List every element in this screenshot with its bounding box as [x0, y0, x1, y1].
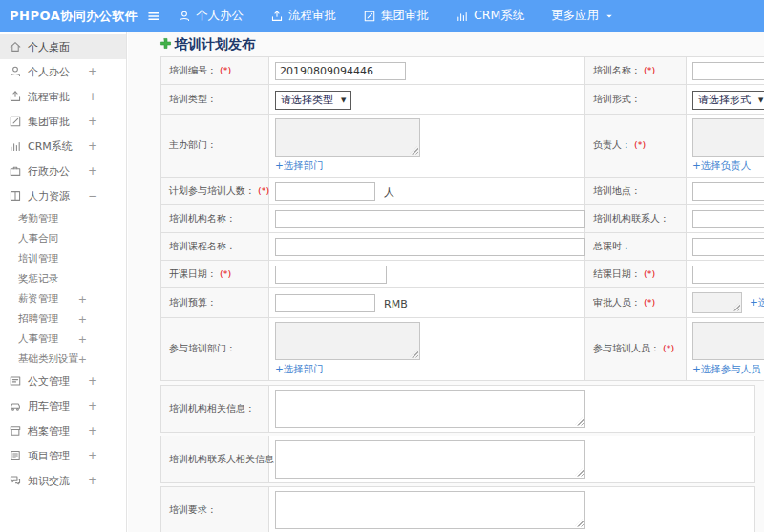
- nav-item-0[interactable]: 个人办公: [178, 8, 244, 24]
- picker-box[interactable]: [275, 322, 420, 360]
- required-mark: (*): [663, 343, 674, 353]
- text-input[interactable]: [275, 182, 375, 201]
- field-cell: 请选择形式▼: [687, 85, 764, 115]
- field-label-cell: 培训地点：: [585, 177, 687, 204]
- sidebar-item-7[interactable]: 公文管理+: [0, 369, 126, 394]
- expander-icon[interactable]: +: [88, 474, 97, 487]
- text-input[interactable]: [275, 238, 585, 256]
- hamburger-menu-icon[interactable]: [141, 9, 166, 24]
- sidebar-subitem-6-6[interactable]: 人事管理+: [0, 329, 126, 349]
- textarea-input[interactable]: [275, 440, 585, 479]
- sidebar-subitem-6-7[interactable]: 基础类别设置+: [0, 349, 126, 369]
- sidebar-subitem-label: 招聘管理: [18, 312, 58, 326]
- sidebar-subitem-6-4[interactable]: 薪资管理+: [0, 288, 126, 309]
- expander-icon[interactable]: +: [88, 65, 97, 78]
- field-label-cell: 培训机构联系人相关信息：: [161, 436, 269, 482]
- page-title-text: 培训计划发布: [175, 36, 255, 53]
- sidebar-item-10[interactable]: 项目管理+: [0, 443, 126, 468]
- expander-icon[interactable]: +: [78, 312, 87, 325]
- field-label-cell: 主办部门：: [161, 114, 269, 177]
- picker-link[interactable]: +选择部门: [275, 363, 579, 376]
- field-cell: [687, 204, 764, 232]
- sidebar-item-0[interactable]: 个人桌面: [0, 34, 126, 59]
- textarea-input[interactable]: [275, 390, 585, 428]
- picker-box[interactable]: [275, 118, 420, 157]
- expander-icon[interactable]: +: [78, 332, 87, 345]
- select-dropdown[interactable]: 请选择类型▼: [275, 91, 351, 110]
- field-label-cell: 培训机构名称：: [161, 204, 269, 232]
- expander-icon[interactable]: +: [88, 374, 97, 388]
- sidebar-item-4[interactable]: CRM系统+: [0, 134, 126, 159]
- form-table-full: 培训机构相关信息：: [160, 385, 755, 433]
- main-content: 培训计划发布 培训编号：(*)培训名称：(*)培训类型：请选择类型▼培训形式：请…: [128, 32, 764, 532]
- chart-icon: [9, 139, 22, 153]
- sidebar-item-6[interactable]: 人力资源−: [0, 183, 126, 208]
- field-cell: [687, 177, 764, 204]
- expander-icon[interactable]: +: [78, 352, 87, 365]
- sidebar-item-label: CRM系统: [28, 139, 73, 154]
- text-input[interactable]: [692, 182, 764, 201]
- expander-icon[interactable]: +: [88, 164, 97, 178]
- sidebar-subitem-6-1[interactable]: 人事合同: [0, 228, 126, 248]
- sidebar-subitem-6-0[interactable]: 考勤管理: [0, 208, 126, 228]
- resize-grip-icon: [575, 468, 584, 477]
- picker-link[interactable]: +选择审批人员: [750, 296, 764, 308]
- required-mark: (*): [220, 268, 231, 279]
- sidebar-item-5[interactable]: 行政办公+: [0, 159, 126, 183]
- sidebar-item-8[interactable]: 用车管理+: [0, 394, 126, 418]
- expander-icon[interactable]: +: [78, 292, 87, 305]
- picker-box[interactable]: [692, 118, 764, 157]
- picker-link[interactable]: +选择负责人: [692, 160, 764, 173]
- sidebar-subitem-6-5[interactable]: 招聘管理+: [0, 309, 126, 329]
- expander-icon[interactable]: +: [88, 139, 97, 153]
- text-input[interactable]: [692, 62, 764, 80]
- field: +选择负责人: [692, 118, 764, 173]
- briefcase-icon: [9, 164, 22, 178]
- expander-icon[interactable]: +: [88, 399, 97, 413]
- picker-link[interactable]: +选择参与人员: [692, 363, 764, 376]
- sidebar-item-9[interactable]: 档案管理+: [0, 418, 126, 443]
- sidebar-item-2[interactable]: 流程审批+: [0, 84, 126, 109]
- expander-icon[interactable]: +: [88, 115, 97, 128]
- field-label-cell: 审批人员：(*): [585, 287, 687, 317]
- field-cell: RMB: [269, 287, 585, 317]
- text-input[interactable]: [692, 238, 764, 256]
- textarea-input[interactable]: [275, 491, 585, 529]
- text-input[interactable]: [692, 210, 764, 228]
- nav-item-label: 个人办公: [196, 8, 244, 24]
- expander-icon[interactable]: +: [88, 449, 97, 462]
- sidebar-item-1[interactable]: 个人办公+: [0, 59, 126, 84]
- text-input[interactable]: [275, 294, 375, 312]
- nav-item-4[interactable]: 更多应用: [551, 8, 615, 24]
- field: 人: [275, 181, 394, 200]
- text-input[interactable]: [275, 266, 387, 284]
- nav-item-1[interactable]: 流程审批: [270, 8, 336, 24]
- car-icon: [9, 399, 22, 413]
- expander-icon[interactable]: −: [88, 189, 97, 202]
- required-mark: (*): [634, 139, 646, 150]
- nav-item-3[interactable]: CRM系统: [456, 8, 524, 24]
- sidebar-subitem-6-2[interactable]: 培训管理: [0, 248, 126, 268]
- picker-link[interactable]: +选择部门: [275, 160, 579, 173]
- field-label: 培训机构相关信息：: [169, 403, 255, 414]
- field-label-cell: 培训类型：: [161, 85, 269, 115]
- field-label: 培训编号：: [169, 65, 217, 75]
- text-input[interactable]: [275, 210, 585, 228]
- table-row: 培训机构相关信息：: [161, 385, 755, 432]
- sidebar-subitem-6-3[interactable]: 奖惩记录: [0, 268, 126, 288]
- sidebar-item-11[interactable]: 知识交流+: [0, 468, 126, 493]
- select-dropdown[interactable]: 请选择形式▼: [692, 91, 764, 110]
- text-input[interactable]: [692, 266, 764, 284]
- sidebar-item-3[interactable]: 集团审批+: [0, 109, 126, 134]
- field-label-cell: 开课日期：(*): [161, 260, 269, 287]
- picker-box[interactable]: [692, 322, 764, 360]
- picker-box[interactable]: [692, 292, 742, 313]
- expander-icon[interactable]: +: [88, 424, 97, 437]
- field-label-cell: 负责人：(*): [585, 114, 687, 177]
- text-input[interactable]: [275, 62, 406, 80]
- resize-grip-icon: [732, 303, 740, 311]
- field-label: 培训机构联系人相关信息：: [169, 454, 284, 464]
- expander-icon[interactable]: +: [88, 90, 97, 103]
- sidebar-subitem-label: 考勤管理: [18, 212, 58, 225]
- nav-item-2[interactable]: 集团审批: [363, 8, 429, 24]
